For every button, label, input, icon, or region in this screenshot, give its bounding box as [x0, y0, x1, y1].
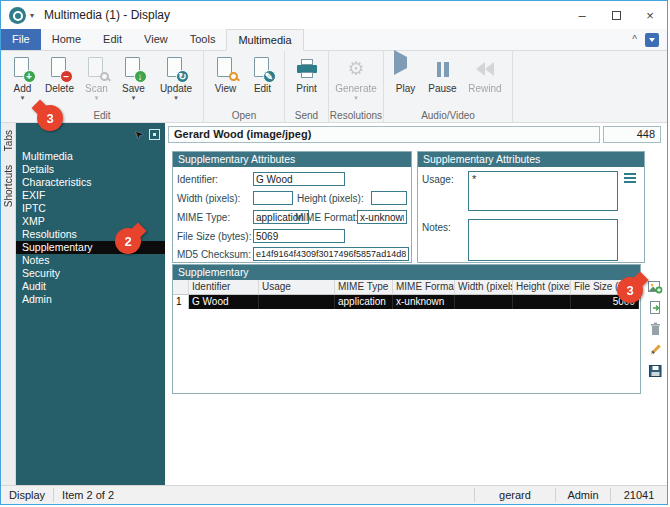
file-size-field[interactable]: [253, 229, 345, 243]
row-number: 1: [173, 295, 189, 309]
cell-mime-type: application: [335, 295, 393, 309]
mime-format-label: MIME Format:: [295, 212, 358, 223]
close-button[interactable]: ×: [633, 1, 667, 29]
delete-button[interactable]: – Delete: [42, 54, 77, 94]
save-icon: ↓: [122, 57, 146, 81]
side-tab-tabs[interactable]: Tabs: [3, 123, 14, 158]
app-icon: [9, 7, 26, 24]
maximize-icon: [612, 11, 621, 20]
row-number-header: [173, 280, 189, 295]
col-identifier[interactable]: Identifier: [189, 280, 259, 295]
callout-step-2-supplementary: 2: [115, 228, 141, 254]
add-media-icon[interactable]: [648, 280, 663, 294]
generate-button: ⚙ Generate ▾: [333, 54, 379, 101]
notes-label: Notes:: [422, 222, 451, 233]
save-row-icon[interactable]: [648, 364, 663, 378]
update-button[interactable]: ↻ Update ▾: [153, 54, 199, 101]
tab-multimedia[interactable]: Multimedia: [226, 29, 303, 51]
cell-mime-format: x-unknown: [393, 295, 455, 309]
col-width[interactable]: Width (pixels): [455, 280, 513, 295]
sidebar-item-supplementary[interactable]: Supplementary: [16, 241, 165, 254]
status-code: 21041: [611, 489, 667, 501]
group-label-open: Open: [204, 110, 284, 121]
usage-label: Usage:: [422, 174, 454, 185]
play-button[interactable]: Play: [388, 54, 423, 94]
mime-type-label: MIME Type:: [177, 212, 230, 223]
sidebar-item-xmp[interactable]: XMP: [16, 215, 165, 228]
select-region-icon[interactable]: [149, 129, 160, 140]
supplementary-attributes-panel-right: Supplementary Attributes Usage: * Notes:: [417, 151, 645, 263]
side-tab-strip: Tabs Shortcuts: [1, 123, 16, 485]
export-icon[interactable]: [648, 301, 663, 315]
supplementary-attributes-panel-left: Supplementary Attributes Identifier: Wid…: [172, 151, 412, 263]
group-label-send: Send: [285, 110, 328, 121]
group-label-edit: Edit: [1, 110, 203, 121]
ribbon-group-edit: + Add ▾ – Delete Scan ▾ ↓ Save ▾ ↻ Updat…: [1, 51, 204, 122]
cell-height: [513, 295, 571, 309]
table-row[interactable]: 1 G Wood application x-unknown 5069: [173, 295, 640, 309]
tab-file[interactable]: File: [1, 29, 41, 50]
sidebar-item-audit[interactable]: Audit: [16, 280, 165, 293]
tab-tools[interactable]: Tools: [179, 29, 227, 50]
tab-view[interactable]: View: [133, 29, 179, 50]
pause-button[interactable]: Pause: [425, 54, 460, 94]
ribbon-options-icon[interactable]: [645, 33, 659, 47]
callout-step-3-toolbar: 3: [617, 277, 643, 303]
height-field[interactable]: [371, 191, 407, 205]
sidebar-item-notes[interactable]: Notes: [16, 254, 165, 267]
record-count: 448: [603, 126, 661, 143]
add-icon: +: [11, 57, 35, 81]
delete-row-icon[interactable]: [648, 322, 663, 336]
maximize-button[interactable]: [599, 1, 633, 29]
window-title: Multimedia (1) - Display: [44, 8, 170, 22]
usage-list-icon[interactable]: [624, 173, 636, 183]
sidebar-item-security[interactable]: Security: [16, 267, 165, 280]
print-icon: [295, 57, 319, 81]
usage-field[interactable]: *: [468, 171, 618, 211]
col-mime-type[interactable]: MIME Type: [335, 280, 393, 295]
edit-open-button[interactable]: ✎ Edit: [245, 54, 280, 94]
md5-field[interactable]: [253, 247, 409, 261]
view-button[interactable]: View: [208, 54, 243, 94]
width-field[interactable]: [253, 191, 293, 205]
cell-width: [455, 295, 513, 309]
ribbon-tab-bar: File Home Edit View Tools Multimedia ^: [1, 29, 667, 51]
md5-label: MD5 Checksum:: [177, 249, 251, 260]
edit-row-icon[interactable]: [648, 343, 663, 357]
sidebar-item-multimedia[interactable]: Multimedia: [16, 150, 165, 163]
collapse-ribbon-icon[interactable]: ^: [632, 34, 637, 45]
status-role: Admin: [556, 489, 610, 501]
pointer-icon[interactable]: ➤: [131, 127, 147, 143]
sidebar-item-iptc[interactable]: IPTC: [16, 202, 165, 215]
ribbon-group-open: View ✎ Edit Open: [204, 51, 285, 122]
sidebar-item-exif[interactable]: EXIF: [16, 189, 165, 202]
delete-icon: –: [48, 57, 72, 81]
save-button[interactable]: ↓ Save ▾: [116, 54, 151, 101]
col-height[interactable]: Height (pixels): [513, 280, 571, 295]
tab-edit[interactable]: Edit: [92, 29, 133, 50]
quick-access-caret-icon[interactable]: ▾: [30, 11, 34, 20]
side-tab-shortcuts[interactable]: Shortcuts: [3, 158, 14, 214]
sidebar-item-characteristics[interactable]: Characteristics: [16, 176, 165, 189]
sidebar: ➤ Multimedia Details Characteristics EXI…: [16, 123, 165, 485]
col-usage[interactable]: Usage: [259, 280, 335, 295]
panel-title: Supplementary: [173, 265, 640, 280]
col-mime-format[interactable]: MIME Format: [393, 280, 455, 295]
print-button[interactable]: Print: [289, 54, 324, 94]
height-label: Height (pixels):: [297, 193, 364, 204]
notes-field[interactable]: [468, 219, 618, 261]
tab-home[interactable]: Home: [41, 29, 92, 50]
app-window: ▾ Multimedia (1) - Display – × File Home…: [0, 0, 668, 505]
identifier-field[interactable]: [253, 172, 345, 186]
sidebar-item-details[interactable]: Details: [16, 163, 165, 176]
group-label-audio-video: Audio/Video: [384, 110, 512, 121]
panel-title: Supplementary Attributes: [173, 152, 411, 167]
minimize-button[interactable]: –: [565, 1, 599, 29]
ribbon-group-send: Print Send: [285, 51, 329, 122]
edit-icon: ✎: [251, 57, 275, 81]
add-button[interactable]: + Add ▾: [5, 54, 40, 101]
mime-format-field[interactable]: [357, 210, 407, 224]
group-label-resolutions: Resolutions: [329, 110, 383, 121]
sidebar-item-admin[interactable]: Admin: [16, 293, 165, 306]
status-mode: Display: [1, 489, 53, 501]
